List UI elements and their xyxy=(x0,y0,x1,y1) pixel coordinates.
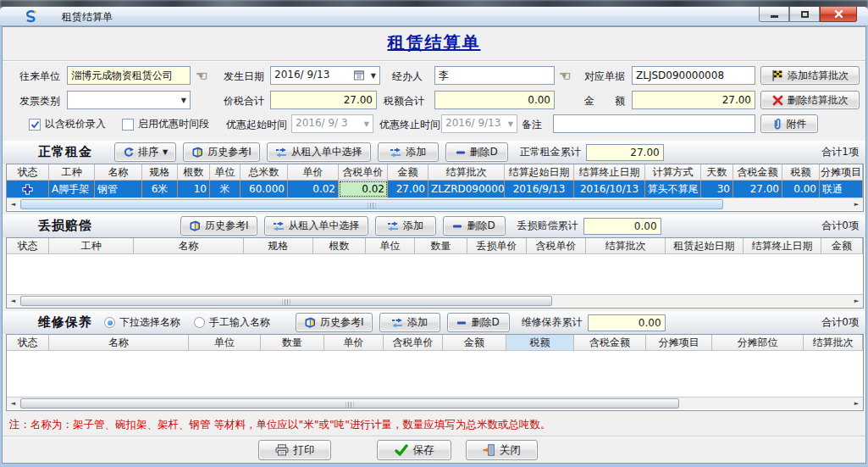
print-button[interactable]: 打印 xyxy=(258,440,331,460)
column-header[interactable]: 税额 xyxy=(782,164,820,180)
column-header[interactable]: 单位 xyxy=(366,238,415,253)
rent-hscrollbar[interactable]: ◄ ► xyxy=(7,197,863,210)
discount-end-select[interactable]: 2016/ 9/13 ▼ xyxy=(441,114,517,133)
column-header[interactable]: 结算终止日期 xyxy=(574,164,645,180)
close-form-button[interactable]: 关闭 xyxy=(466,440,538,460)
table-cell[interactable]: 2016/9/13 xyxy=(505,181,574,197)
column-header[interactable]: 根数 xyxy=(178,164,210,180)
table-row[interactable]: A脚手架钢管6米10米60.0000.020.0227.00ZLZRD09000… xyxy=(7,181,863,197)
table-cell[interactable]: 0.02 xyxy=(339,181,388,197)
taxamt-input[interactable] xyxy=(434,91,555,109)
taxtotal-input[interactable] xyxy=(270,91,377,109)
column-header[interactable]: 含税金额 xyxy=(574,335,646,350)
scroll-thumb[interactable] xyxy=(20,296,552,306)
column-header[interactable]: 租赁起始日期 xyxy=(666,238,744,253)
remark-input[interactable] xyxy=(553,114,755,133)
maintenance-delete-button[interactable]: 删除D xyxy=(447,313,510,332)
add-batch-button[interactable]: 添加结算批次 xyxy=(760,66,860,85)
save-button[interactable]: 保存 xyxy=(377,440,451,460)
table-cell[interactable]: 27.00 xyxy=(733,181,782,197)
table-cell[interactable]: 60.000 xyxy=(240,181,288,197)
column-header[interactable]: 名称 xyxy=(134,238,244,253)
column-header[interactable]: 含税单价 xyxy=(527,238,586,253)
column-header[interactable]: 计算方式 xyxy=(645,164,701,180)
agent-input[interactable] xyxy=(434,66,555,85)
table-cell[interactable]: 0.00 xyxy=(782,181,820,197)
table-cell[interactable]: 0.02 xyxy=(288,181,339,197)
scroll-left-icon[interactable]: ◄ xyxy=(7,295,19,307)
column-header[interactable]: 规格 xyxy=(244,238,313,253)
hand-point-icon[interactable]: ☜ xyxy=(559,68,571,84)
scroll-thumb[interactable] xyxy=(20,398,679,409)
column-header[interactable]: 总米数 xyxy=(240,164,288,180)
column-header[interactable]: 丢损单价 xyxy=(467,238,527,253)
column-header[interactable]: 名称 xyxy=(49,335,189,350)
table-cell[interactable]: 30 xyxy=(701,181,733,197)
column-header[interactable]: 金额 xyxy=(821,238,863,253)
damage-add-button[interactable]: 添加 xyxy=(375,216,436,236)
column-header[interactable]: 税额 xyxy=(506,335,574,350)
maintenance-history-button[interactable]: 历史参考I xyxy=(296,313,373,332)
rent-pick-from-rental-button[interactable]: 从租入单中选择 xyxy=(267,142,371,162)
column-header[interactable]: 天数 xyxy=(701,164,733,180)
table-cell[interactable]: 6米 xyxy=(142,181,178,197)
scroll-thumb[interactable] xyxy=(20,199,723,209)
rent-delete-button[interactable]: 删除D xyxy=(445,142,508,162)
maintenance-hscrollbar[interactable]: ◄ ► xyxy=(7,397,863,409)
column-header[interactable]: 结算终止日期 xyxy=(744,238,821,253)
column-header[interactable]: 状态 xyxy=(7,335,49,350)
column-header[interactable]: 分摊项目 xyxy=(646,335,712,350)
column-header[interactable]: 结算起始日期 xyxy=(505,164,574,180)
table-cell[interactable]: 联通 xyxy=(820,181,863,197)
damage-pick-from-rental-button[interactable]: 从租入单中选择 xyxy=(264,216,368,236)
table-cell[interactable]: 钢管 xyxy=(95,181,142,197)
column-header[interactable]: 根数 xyxy=(313,238,366,253)
discount-period-checkbox[interactable]: 启用优惠时间段 xyxy=(122,117,209,131)
table-cell[interactable]: 27.00 xyxy=(388,181,428,197)
rent-add-button[interactable]: 添加 xyxy=(378,142,439,162)
table-cell[interactable]: A脚手架 xyxy=(49,181,95,197)
column-header[interactable]: 单位 xyxy=(210,164,240,180)
discount-start-select[interactable]: 2016/ 9/ 3 ▼ xyxy=(291,114,373,133)
table-cell[interactable] xyxy=(7,181,49,197)
column-header[interactable]: 单价 xyxy=(288,164,339,180)
radio-manual-name[interactable]: 手工输入名称 xyxy=(194,315,270,330)
column-header[interactable]: 工种 xyxy=(49,164,95,180)
maximize-button[interactable] xyxy=(789,7,820,22)
column-header[interactable]: 含税金额 xyxy=(733,164,782,180)
column-header[interactable]: 单价 xyxy=(324,335,384,350)
doc-input[interactable] xyxy=(632,66,755,85)
table-cell[interactable]: 米 xyxy=(210,181,240,197)
column-header[interactable]: 工种 xyxy=(49,238,134,253)
column-header[interactable]: 规格 xyxy=(142,164,178,180)
scroll-right-icon[interactable]: ► xyxy=(850,295,863,307)
scroll-left-icon[interactable]: ◄ xyxy=(7,398,19,409)
column-header[interactable]: 金额 xyxy=(388,164,428,180)
table-cell[interactable]: 10 xyxy=(178,181,210,197)
close-button[interactable] xyxy=(820,7,857,22)
sort-button[interactable]: 排序 ▼ xyxy=(114,142,176,162)
radio-select-name[interactable]: 下拉选择名称 xyxy=(104,315,180,330)
damage-history-button[interactable]: 历史参考I xyxy=(180,216,257,236)
column-header[interactable]: 数量 xyxy=(261,335,324,350)
column-header[interactable]: 状态 xyxy=(7,238,49,253)
dropdown-arrow-icon[interactable]: ▼ xyxy=(371,72,376,80)
scroll-right-icon[interactable]: ► xyxy=(850,198,863,210)
column-header[interactable]: 结算批次 xyxy=(586,238,666,253)
scroll-left-icon[interactable]: ◄ xyxy=(7,198,19,210)
minimize-button[interactable] xyxy=(759,7,789,22)
column-header[interactable]: 含税单价 xyxy=(384,335,443,350)
dropdown-arrow-icon[interactable]: ▼ xyxy=(181,97,186,104)
damage-delete-button[interactable]: 删除D xyxy=(443,216,506,236)
invoice-select[interactable]: ▼ xyxy=(67,91,191,109)
column-header[interactable]: 状态 xyxy=(7,164,49,180)
hand-point-icon[interactable]: ☜ xyxy=(196,68,207,84)
column-header[interactable]: 含税单价 xyxy=(339,164,388,180)
table-cell[interactable]: ZLZRD090000013 xyxy=(428,181,505,197)
attachment-button[interactable]: 附件 xyxy=(760,114,818,133)
column-header[interactable]: 名称 xyxy=(95,164,142,180)
delete-batch-button[interactable]: 删除结算批次 xyxy=(760,91,860,109)
title-bar[interactable]: 租赁结算单 xyxy=(0,7,868,26)
column-header[interactable]: 结算批次 xyxy=(428,164,505,180)
tax-entry-checkbox[interactable]: 以含税价录入 xyxy=(29,117,106,131)
